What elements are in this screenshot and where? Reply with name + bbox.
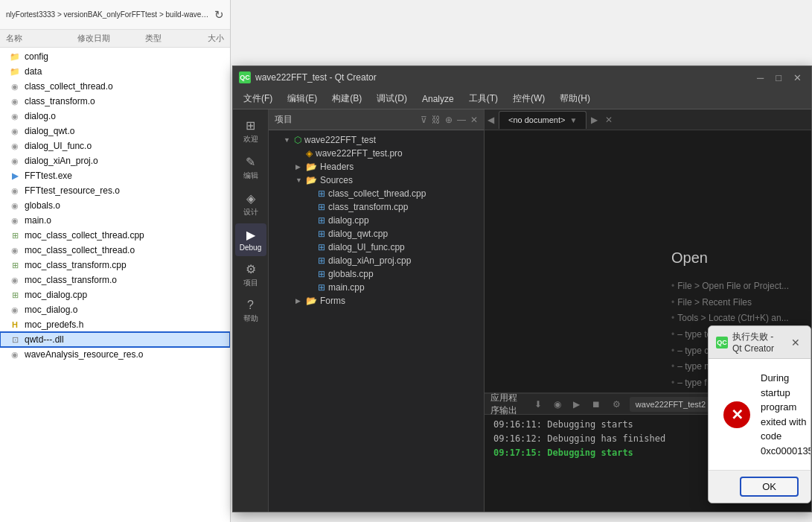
sidebar-icon: ? [247, 299, 254, 312]
file-item[interactable]: ◉FFTtest_resource_res.o [0, 183, 230, 198]
maximize-button[interactable]: □ [772, 71, 785, 85]
file-item[interactable]: Hmoc_predefs.h [0, 317, 230, 332]
breadcrumb-refresh-button[interactable]: ↻ [214, 8, 224, 22]
file-item[interactable]: ◉class_collect_thread.o [0, 79, 230, 94]
file-name: config [25, 51, 48, 62]
root-label: wave222FFT_test [304, 135, 376, 145]
tree-item[interactable]: ▼📂Sources [269, 174, 484, 187]
file-name: class_transform.o [25, 96, 95, 106]
menu-item[interactable]: 控件(W) [505, 89, 552, 108]
menu-item[interactable]: Analyze [415, 91, 461, 107]
panel-more-btn[interactable]: ⊕ [445, 115, 453, 125]
file-item[interactable]: ▶FFTtest.exe [0, 168, 230, 183]
panel-close-btn[interactable]: ✕ [470, 115, 478, 125]
file-item[interactable]: 📁config [0, 49, 230, 64]
file-icon: ◉ [9, 304, 21, 316]
tree-item-label: Sources [320, 175, 353, 185]
tree-item[interactable]: ⊞class_transform.cpp [269, 200, 484, 214]
menu-item[interactable]: 构建(B) [325, 89, 369, 108]
tree-item-icon: ⊞ [318, 202, 325, 212]
menu-item[interactable]: 调试(D) [369, 89, 415, 108]
dialog-title: 执行失败 - Qt Creator [732, 331, 784, 354]
sidebar-btn-欢迎[interactable]: ⊞欢迎 [235, 114, 266, 149]
qt-titlebar: QC wave222FFT_test - Qt Creator ─ □ ✕ [233, 66, 811, 89]
close-button[interactable]: ✕ [790, 71, 805, 85]
tree-item[interactable]: ⊞globals.cpp [269, 267, 484, 281]
error-dialog: QC 执行失败 - Qt Creator ✕ ✕ During startup … [708, 325, 811, 503]
panel-collapse-btn[interactable]: — [457, 115, 466, 125]
file-icon: ◉ [9, 348, 21, 360]
tree-item[interactable]: ⊞class_collect_thread.cpp [269, 187, 484, 200]
file-item[interactable]: ◉dialog_UI_func.o [0, 139, 230, 153]
sidebar-btn-帮助[interactable]: ?帮助 [235, 294, 266, 328]
file-name: main.o [25, 215, 51, 226]
dialog-ok-button[interactable]: OK [740, 477, 799, 497]
file-item[interactable]: ◉moc_class_collect_thread.o [0, 243, 230, 258]
tree-pro-file[interactable]: ◈wave222FFT_test.pro [269, 147, 484, 160]
dialog-body: ✕ During startup program exited with cod… [709, 359, 811, 470]
dialog-footer: OK [709, 470, 811, 503]
menu-item[interactable]: 工具(T) [461, 89, 505, 108]
tree-root[interactable]: ▼⬡wave222FFT_test [269, 133, 484, 147]
tree-item[interactable]: ▶📂Headers [269, 160, 484, 174]
file-item[interactable]: ◉dialog_qwt.o [0, 124, 230, 139]
col-size-label: 大小 [179, 33, 224, 44]
file-item[interactable]: ⊞moc_dialog.cpp [0, 287, 230, 302]
tree-item-label: main.cpp [328, 282, 365, 293]
file-item[interactable]: ◉waveAnalysis_resource_res.o [0, 347, 230, 362]
file-item[interactable]: ◉moc_class_transform.o [0, 273, 230, 287]
sidebar-label: 帮助 [243, 313, 258, 324]
dialog-close-button[interactable]: ✕ [788, 335, 803, 350]
tree-item[interactable]: ⊞dialog.cpp [269, 214, 484, 227]
sidebar-btn-Debug[interactable]: ▶Debug [235, 223, 266, 256]
tree-item[interactable]: ▶📂Forms [269, 294, 484, 308]
file-icon: ◉ [9, 110, 21, 122]
qt-creator-window: QC wave222FFT_test - Qt Creator ─ □ ✕ 文件… [232, 66, 812, 512]
sidebar-label: 编辑 [243, 171, 258, 181]
pro-file-label: wave222FFT_test.pro [316, 148, 403, 159]
file-icon: ◉ [9, 95, 21, 107]
qt-menubar: 文件(F)编辑(E)构建(B)调试(D)Analyze工具(T)控件(W)帮助(… [233, 89, 811, 109]
file-item[interactable]: ◉main.o [0, 213, 230, 228]
sidebar-label: 欢迎 [243, 134, 258, 144]
tree-item-label: globals.cpp [328, 269, 374, 279]
panel-link-btn[interactable]: ⛓ [432, 115, 441, 125]
dialog-error-icon: ✕ [723, 401, 750, 428]
file-item[interactable]: ◉moc_dialog.o [0, 302, 230, 317]
file-item[interactable]: ⊡qwtd---.dll [0, 332, 230, 347]
file-icon: ◉ [9, 200, 21, 211]
sidebar-btn-编辑[interactable]: ✎编辑 [235, 150, 266, 185]
file-item[interactable]: ⊞moc_class_collect_thread.cpp [0, 228, 230, 243]
tree-item[interactable]: ⊞main.cpp [269, 281, 484, 294]
file-item[interactable]: ⊞moc_class_transform.cpp [0, 258, 230, 273]
file-icon: ◉ [9, 125, 21, 137]
file-name: globals.o [25, 200, 60, 211]
file-item[interactable]: ◉class_transform.o [0, 94, 230, 109]
file-icon: ⊞ [9, 289, 21, 301]
col-name-label: 名称 [6, 33, 60, 44]
file-icon: ◉ [9, 80, 21, 92]
menu-item[interactable]: 帮助(H) [552, 89, 598, 108]
project-panel: 项目 ⊽ ⛓ ⊕ — ✕ ▼⬡wave222FFT_test ◈wave222F… [269, 109, 485, 512]
file-item[interactable]: ◉globals.o [0, 198, 230, 213]
menu-item[interactable]: 文件(F) [236, 89, 280, 108]
file-item[interactable]: ◉dialog_xiAn_proj.o [0, 153, 230, 168]
tree-item[interactable]: ⊞dialog_xiAn_proj.cpp [269, 254, 484, 267]
menu-item[interactable]: 编辑(E) [280, 89, 325, 108]
sidebar-btn-项目[interactable]: ⚙项目 [235, 258, 266, 293]
file-name: dialog_xiAn_proj.o [25, 156, 98, 166]
tree-item-label: dialog_qwt.cpp [328, 229, 388, 239]
tree-item[interactable]: ⊞dialog_UI_func.cpp [269, 241, 484, 254]
panel-filter-btn[interactable]: ⊽ [421, 115, 427, 125]
minimize-button[interactable]: ─ [753, 71, 767, 85]
tree-item-label: dialog.cpp [328, 215, 369, 226]
sidebar-btn-设计[interactable]: ◈设计 [235, 187, 266, 222]
file-item[interactable]: ◉dialog.o [0, 109, 230, 124]
tree-item-label: Headers [320, 162, 354, 172]
tree-item-icon: ⊞ [318, 282, 325, 293]
tree-item-label: Forms [320, 296, 345, 306]
file-item[interactable]: 📁data [0, 64, 230, 79]
tree-item[interactable]: ⊞dialog_qwt.cpp [269, 227, 484, 241]
tree-item-label: dialog_UI_func.cpp [328, 242, 405, 252]
file-icon: ◉ [9, 244, 21, 256]
